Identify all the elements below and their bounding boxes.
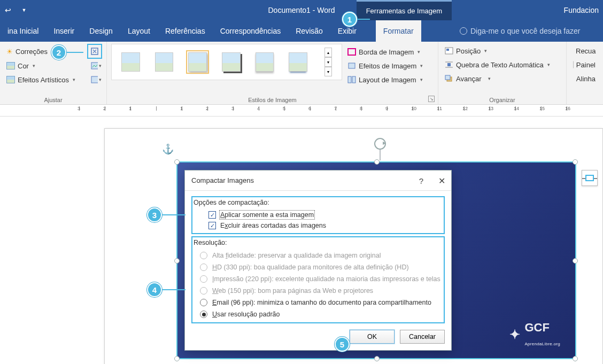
resize-handle-bc[interactable] — [374, 356, 380, 361]
callout-1-line — [357, 19, 370, 20]
radio-default[interactable]: Usar resolução padrão — [194, 308, 443, 320]
qat-customize-icon[interactable]: ▼ — [16, 2, 32, 18]
tab-mailings[interactable]: Correspondências — [213, 20, 289, 42]
reset-picture-button[interactable]: ▾ — [90, 74, 102, 86]
picture-effects-button[interactable]: Efeitos de Imagem▾ — [345, 59, 425, 73]
callout-1: 1 — [342, 12, 357, 27]
svg-rect-8 — [446, 49, 449, 51]
document-title: Documento1 - Word — [268, 6, 335, 14]
svg-rect-9 — [447, 63, 451, 66]
position-button[interactable]: Posição▾ — [443, 44, 562, 58]
resize-handle-bl[interactable] — [174, 356, 180, 361]
tab-home[interactable]: ina Inicial — [0, 20, 46, 42]
resolution-section-title: Resolução: — [194, 239, 443, 246]
wrap-icon — [445, 61, 453, 68]
person-icon: ✦ — [509, 327, 520, 342]
gallery-down-icon[interactable]: ▾ — [324, 57, 332, 67]
resize-handle-tc[interactable] — [374, 159, 380, 165]
ok-button[interactable]: OK — [350, 330, 395, 344]
dialog-close-button[interactable]: ✕ — [435, 175, 448, 187]
style-option-4[interactable] — [222, 52, 241, 72]
forward-icon — [445, 75, 453, 82]
checkbox-checked-icon: ✓ — [208, 222, 216, 229]
delete-cropped-label: Excluir áreas cortadas das imagens — [220, 222, 326, 229]
position-icon — [445, 47, 453, 55]
change-picture-button[interactable]: ▾ — [90, 60, 102, 72]
tab-references[interactable]: Referências — [158, 20, 213, 42]
resize-handle-br[interactable] — [573, 356, 578, 361]
compress-pictures-button[interactable] — [87, 44, 102, 59]
apply-only-checkbox-row[interactable]: ✓ AAplicar somente a esta imagemplicar s… — [194, 210, 443, 220]
dialog-title-text: Compactar Imagens — [191, 176, 254, 184]
callout-4: 4 — [147, 282, 162, 297]
group-adjust-label: Ajustar — [0, 97, 106, 103]
style-option-2[interactable] — [155, 52, 174, 72]
styles-dialog-launcher[interactable]: ↘ — [428, 96, 435, 102]
dialog-titlebar: Compactar Imagens ? ✕ — [185, 171, 451, 191]
tab-layout[interactable]: Layout — [120, 20, 158, 42]
quick-access-toolbar: ↩ ▼ — [0, 2, 32, 18]
checkbox-checked-icon: ✓ — [208, 211, 216, 219]
resize-handle-mr[interactable] — [573, 258, 578, 264]
delete-cropped-checkbox-row[interactable]: ✓ Excluir áreas cortadas das imagens — [194, 220, 443, 231]
style-option-6[interactable] — [289, 52, 307, 72]
style-option-1[interactable] — [121, 52, 140, 72]
align-button[interactable]: Alinha — [571, 72, 598, 86]
resize-handle-ml[interactable] — [174, 258, 180, 264]
bring-forward-button[interactable]: Avançar▾ — [443, 72, 562, 86]
horizontal-ruler[interactable]: 32112345678910111213141516 — [0, 105, 603, 117]
dialog-help-button[interactable]: ? — [415, 175, 428, 187]
apply-only-label: AAplicar somente a esta imagemplicar som… — [220, 211, 314, 219]
picture-border-button[interactable]: Borda de Imagem▾ — [345, 45, 425, 59]
svg-rect-4 — [349, 63, 355, 68]
svg-rect-13 — [445, 75, 450, 80]
tab-design[interactable]: Design — [82, 20, 120, 42]
tab-review[interactable]: Revisão — [288, 20, 330, 42]
anchor-icon: ⚓ — [162, 143, 174, 155]
document-area: ⚓ ✦ GCF AprendaLibre.org Compactar Image… — [0, 117, 603, 364]
group-arrange: Posição▾ Quebra de Texto Automática▾ Ava… — [438, 42, 567, 104]
radio-high-fidelity: Alta fidelidade: preservar a qualidade d… — [194, 250, 443, 261]
resolution-section: Resolução: Alta fidelidade: preservar a … — [191, 236, 445, 323]
style-gallery[interactable]: ▴ ▾ ▾ — [111, 44, 342, 80]
color-icon — [6, 62, 15, 69]
compression-options-section: Opções de compactação: ✓ AAplicar soment… — [191, 196, 445, 234]
gallery-more-icon[interactable]: ▾ — [324, 67, 332, 76]
callout-5: 5 — [335, 337, 350, 352]
cancel-button[interactable]: Cancelar — [400, 330, 445, 344]
gcf-logo: ✦ GCF AprendaLibre.org — [509, 321, 560, 348]
svg-rect-3 — [348, 49, 355, 55]
group-arrange-label: Organizar — [438, 97, 566, 103]
compress-pictures-dialog: Compactar Imagens ? ✕ Opções de compacta… — [184, 170, 452, 351]
radio-web: Web (150 ppi): bom para páginas da Web e… — [194, 285, 443, 297]
layout-icon — [347, 76, 356, 83]
color-button[interactable]: Cor▾ — [4, 59, 87, 73]
callout-3: 3 — [147, 207, 162, 222]
callout-4-line — [162, 289, 185, 290]
undo-icon[interactable]: ↩ — [0, 2, 16, 18]
callout-2-line — [66, 52, 83, 53]
tab-insert[interactable]: Inserir — [46, 20, 82, 42]
corrections-button[interactable]: ☀ Correções▾ — [4, 44, 84, 58]
style-option-3[interactable] — [188, 52, 207, 72]
svg-rect-6 — [352, 76, 355, 83]
resize-handle-tl[interactable] — [174, 159, 180, 165]
tab-format[interactable]: Formatar — [376, 20, 421, 42]
radio-email[interactable]: Email (96 ppi): minimiza o tamanho do do… — [194, 297, 443, 308]
style-option-5[interactable] — [256, 52, 274, 72]
artistic-effects-button[interactable]: Efeitos Artísticos▾ — [4, 73, 87, 87]
layout-options-button[interactable] — [582, 170, 598, 186]
picture-layout-button[interactable]: Layout de Imagem▾ — [345, 73, 425, 87]
account-name: Fundacion — [564, 6, 599, 14]
selection-pane-button[interactable]: Painel — [571, 58, 598, 72]
compress-icon — [90, 47, 99, 56]
tell-me-search[interactable]: Diga-me o que você deseja fazer — [460, 27, 580, 35]
callout-3-line — [162, 214, 185, 215]
wrap-text-button[interactable]: Quebra de Texto Automática▾ — [443, 58, 562, 72]
gallery-up-icon[interactable]: ▴ — [324, 48, 332, 57]
resize-handle-tr[interactable] — [573, 159, 578, 165]
send-backward-button[interactable]: Recua — [571, 44, 598, 58]
change-picture-icon — [91, 62, 98, 69]
group-styles-label: Estilos de Imagem — [107, 97, 438, 103]
rotation-handle[interactable] — [374, 138, 386, 160]
